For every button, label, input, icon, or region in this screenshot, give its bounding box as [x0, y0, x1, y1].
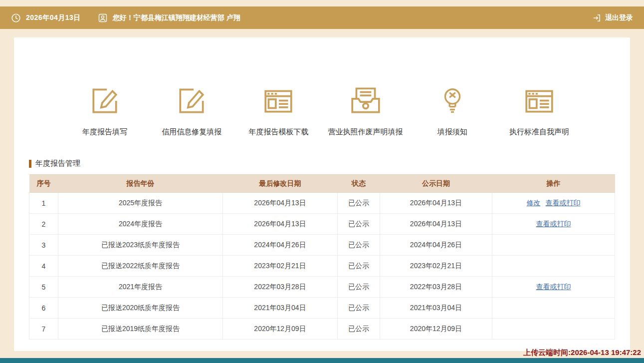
quick-actions-row: 年度报告填写 信用信息修复填报 [14, 37, 630, 137]
cell-modified: 2024年04月26日 [223, 235, 338, 256]
standard-declaration-icon [496, 81, 583, 117]
cell-year: 2024年度报告 [58, 214, 223, 235]
footer-bar [0, 358, 644, 363]
header-date: 2026年04月13日 [26, 13, 81, 22]
col-header-no: 序号 [29, 175, 58, 193]
logout-button[interactable]: 退出登录 [592, 13, 633, 22]
cell-status: 已公示 [338, 256, 380, 277]
edit-report-icon [61, 81, 148, 117]
cell-publish: 2023年02月21日 [380, 256, 492, 277]
table-row: 2 2024年度报告 2026年04月13日 已公示 2026年04月13日 查… [29, 214, 615, 235]
section-title: 年度报告管理 [35, 159, 80, 168]
logout-icon [592, 13, 601, 22]
cell-no: 2 [29, 214, 58, 235]
col-header-year: 报告年份 [58, 175, 223, 193]
upload-cloud-time: 上传云端时间:2026-04-13 19:47:22 [523, 348, 641, 358]
top-header-bar: 2026年04月13日 您好！宁都县梅江镇翔翔建材经营部 卢翔 退出登录 [0, 6, 644, 29]
view-print-link[interactable]: 查看或打印 [536, 283, 571, 291]
cell-modified: 2023年02月21日 [223, 256, 338, 277]
cell-modified: 2026年04月13日 [223, 214, 338, 235]
cell-status: 已公示 [338, 235, 380, 256]
cell-year: 已报送2022纸质年度报告 [58, 256, 223, 277]
header-greeting: 您好！宁都县梅江镇翔翔建材经营部 卢翔 [113, 13, 240, 22]
cell-year: 已报送2023纸质年度报告 [58, 235, 223, 256]
cell-status: 已公示 [338, 319, 380, 340]
action-label: 年度报告模板下载 [235, 127, 322, 137]
cell-publish: 2026年04月13日 [380, 193, 492, 214]
cell-no: 7 [29, 319, 58, 340]
annual-report-table: 序号 报告年份 最后修改日期 状态 公示日期 操作 1 2025年度报告 202… [29, 174, 615, 340]
action-license-void-declare[interactable]: 营业执照作废声明填报 [322, 81, 409, 137]
cell-publish: 2024年04月26日 [380, 235, 492, 256]
table-header-row: 序号 报告年份 最后修改日期 状态 公示日期 操作 [29, 175, 615, 193]
main-card: 年度报告填写 信用信息修复填报 [14, 37, 630, 351]
cell-modified: 2020年12月09日 [223, 319, 338, 340]
cell-no: 1 [29, 193, 58, 214]
section-accent-bar [29, 160, 31, 168]
cell-actions: 查看或打印 [492, 277, 615, 298]
table-row: 3 已报送2023纸质年度报告 2024年04月26日 已公示 2024年04月… [29, 235, 615, 256]
cell-status: 已公示 [338, 277, 380, 298]
logout-label: 退出登录 [605, 13, 633, 22]
action-filing-notice[interactable]: 填报须知 [409, 81, 496, 137]
table-row: 1 2025年度报告 2026年04月13日 已公示 2026年04月13日 修… [29, 193, 615, 214]
table-row: 7 已报送2019纸质年度报告 2020年12月09日 已公示 2020年12月… [29, 319, 615, 340]
credit-repair-edit-icon [148, 81, 235, 117]
view-print-link[interactable]: 查看或打印 [536, 220, 571, 228]
action-label: 执行标准自我声明 [496, 127, 583, 137]
view-print-link[interactable]: 查看或打印 [546, 199, 581, 207]
col-header-operation: 操作 [492, 175, 615, 193]
table-row: 5 2021年度报告 2022年03月28日 已公示 2022年03月28日 查… [29, 277, 615, 298]
cell-no: 5 [29, 277, 58, 298]
cell-modified: 2026年04月13日 [223, 193, 338, 214]
cell-actions: 修改查看或打印 [492, 193, 615, 214]
action-credit-repair-fill[interactable]: 信用信息修复填报 [148, 81, 235, 137]
cell-status: 已公示 [338, 193, 380, 214]
modify-link[interactable]: 修改 [527, 199, 541, 207]
cell-actions [492, 319, 615, 340]
header-greeting-group: 您好！宁都县梅江镇翔翔建材经营部 卢翔 [98, 13, 240, 23]
action-template-download[interactable]: 年度报告模板下载 [235, 81, 322, 137]
template-download-icon [235, 81, 322, 117]
cell-year: 2021年度报告 [58, 277, 223, 298]
table-row: 4 已报送2022纸质年度报告 2023年02月21日 已公示 2023年02月… [29, 256, 615, 277]
cell-publish: 2026年04月13日 [380, 214, 492, 235]
cell-actions [492, 256, 615, 277]
cell-publish: 2021年03月04日 [380, 298, 492, 319]
cell-no: 6 [29, 298, 58, 319]
cell-status: 已公示 [338, 298, 380, 319]
cell-modified: 2022年03月28日 [223, 277, 338, 298]
col-header-modified: 最后修改日期 [223, 175, 338, 193]
cell-actions: 查看或打印 [492, 214, 615, 235]
cell-modified: 2021年03月04日 [223, 298, 338, 319]
cell-no: 3 [29, 235, 58, 256]
cell-publish: 2020年12月09日 [380, 319, 492, 340]
section-heading: 年度报告管理 [29, 159, 630, 168]
cell-year: 已报送2019纸质年度报告 [58, 319, 223, 340]
cell-year: 已报送2020纸质年度报告 [58, 298, 223, 319]
cell-actions [492, 235, 615, 256]
cell-year: 2025年度报告 [58, 193, 223, 214]
header-date-group: 2026年04月13日 [11, 13, 81, 23]
action-standard-self-declaration[interactable]: 执行标准自我声明 [496, 81, 583, 137]
action-label: 营业执照作废声明填报 [322, 127, 409, 137]
action-label: 信用信息修复填报 [148, 127, 235, 137]
action-label: 填报须知 [409, 127, 496, 137]
cell-no: 4 [29, 256, 58, 277]
table-row: 6 已报送2020纸质年度报告 2021年03月04日 已公示 2021年03月… [29, 298, 615, 319]
cell-status: 已公示 [338, 214, 380, 235]
action-label: 年度报告填写 [61, 127, 148, 137]
bulb-notice-icon [409, 81, 496, 117]
cell-actions [492, 298, 615, 319]
col-header-status: 状态 [338, 175, 380, 193]
action-annual-report-fill[interactable]: 年度报告填写 [61, 81, 148, 137]
user-icon [98, 13, 108, 23]
license-void-inbox-icon [322, 81, 409, 117]
cell-publish: 2022年03月28日 [380, 277, 492, 298]
col-header-publish: 公示日期 [380, 175, 492, 193]
clock-icon [11, 13, 21, 23]
